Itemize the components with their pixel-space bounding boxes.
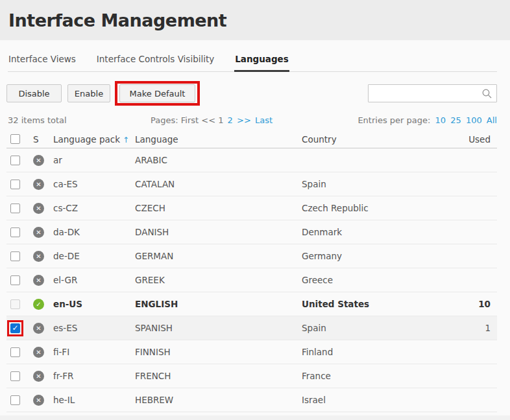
- row-checkbox[interactable]: [10, 275, 20, 285]
- table-row: ✕ de-DE GERMAN Germany: [6, 244, 497, 268]
- search-icon: [481, 88, 492, 99]
- country-cell: Greece: [302, 275, 458, 285]
- language-cell: SPANISH: [135, 323, 302, 333]
- next-page-link[interactable]: >>: [237, 115, 251, 125]
- row-checkbox[interactable]: [10, 156, 20, 165]
- disable-button[interactable]: Disable: [6, 84, 62, 102]
- page-header: Interface Management: [0, 0, 510, 40]
- country-column-header[interactable]: Country: [302, 134, 458, 145]
- table-row: ✕ cs-CZ CZECH Czech Republic: [6, 196, 497, 220]
- tab-interface-controls-visibility[interactable]: Interface Controls Visibility: [96, 51, 215, 71]
- row-checkbox[interactable]: [10, 180, 20, 189]
- row-checkbox[interactable]: [10, 228, 20, 237]
- language-cell: ARABIC: [135, 155, 302, 165]
- checkbox-annotation-wrap: [7, 176, 23, 192]
- table-row: ✕ fr-FR FRENCH France: [6, 364, 497, 388]
- language-pack-cell: en-US: [53, 299, 135, 309]
- row-checkbox[interactable]: [10, 204, 20, 213]
- row-checkbox[interactable]: [10, 371, 20, 381]
- status-disabled-icon: ✕: [33, 275, 44, 286]
- country-cell: United States: [302, 299, 458, 309]
- checkbox-annotation-wrap: [7, 392, 23, 408]
- language-column-header[interactable]: Language: [135, 134, 302, 145]
- table-row: ✓ en-US ENGLISH United States 10: [6, 292, 497, 316]
- entries-option-10[interactable]: 10: [435, 115, 446, 125]
- language-cell: GREEK: [135, 275, 302, 285]
- checkbox-annotation-wrap: [7, 320, 23, 336]
- checkbox-annotation-wrap: [7, 152, 23, 169]
- toolbar: Disable Enable Make Default: [6, 80, 497, 106]
- list-meta-row: 32 items total Pages: First << 1 2 >> La…: [8, 115, 497, 125]
- page-2-link[interactable]: 2: [228, 115, 233, 125]
- country-cell: Israel: [302, 395, 458, 405]
- language-cell: HEBREW: [135, 395, 302, 405]
- status-disabled-icon: ✕: [33, 203, 44, 214]
- status-disabled-icon: ✕: [33, 371, 44, 382]
- row-checkbox[interactable]: [10, 347, 20, 357]
- language-pack-cell: es-ES: [53, 323, 135, 333]
- country-cell: France: [302, 371, 458, 381]
- table-body: ✕ ar ARABIC ✕ ca-ES CATALAN Spain ✕ cs-C…: [6, 148, 497, 412]
- row-checkbox[interactable]: [10, 395, 20, 405]
- language-pack-cell: de-DE: [53, 251, 135, 261]
- country-cell: Denmark: [302, 227, 458, 237]
- table-row: ✕ es-ES SPANISH Spain 1: [6, 316, 497, 340]
- status-disabled-icon: ✕: [33, 395, 44, 406]
- status-column-header: S: [31, 134, 53, 145]
- tab-languages[interactable]: Languages: [234, 51, 289, 72]
- items-total: 32 items total: [8, 115, 67, 125]
- select-all-checkbox[interactable]: [10, 134, 20, 144]
- used-column-header[interactable]: Used: [458, 134, 497, 145]
- checkbox-annotation-wrap: [7, 248, 23, 264]
- pages-label: Pages: First << 1: [151, 115, 223, 125]
- country-cell: Germany: [302, 251, 458, 261]
- status-disabled-icon: ✕: [33, 179, 44, 190]
- language-pack-cell: fi-FI: [53, 347, 135, 357]
- checkbox-annotation-wrap: [7, 224, 23, 240]
- viewport-bottom-edge: [0, 415, 510, 420]
- language-pack-cell: fr-FR: [53, 371, 135, 381]
- country-cell: Spain: [302, 179, 458, 189]
- language-cell: CATALAN: [135, 179, 302, 189]
- search-box: [368, 84, 497, 102]
- make-default-button[interactable]: Make Default: [119, 84, 195, 102]
- enable-button[interactable]: Enable: [67, 84, 110, 102]
- language-pack-cell: da-DK: [53, 227, 135, 237]
- table-row: ✕ ar ARABIC: [6, 148, 497, 172]
- tab-interface-views[interactable]: Interface Views: [8, 51, 77, 71]
- sort-ascending-icon: ↑: [123, 135, 129, 145]
- language-pack-cell: cs-CZ: [53, 203, 135, 213]
- annotation-box-make-default: Make Default: [115, 81, 200, 106]
- language-cell: GERMAN: [135, 251, 302, 261]
- row-checkbox: [10, 299, 20, 309]
- country-cell: Czech Republic: [302, 203, 458, 213]
- checkbox-annotation-wrap: [7, 272, 23, 288]
- entries-option-25[interactable]: 25: [450, 115, 461, 125]
- used-cell: 10: [458, 299, 497, 309]
- status-disabled-icon: ✕: [33, 347, 44, 358]
- interface-management-page: Interface Management Interface Views Int…: [0, 0, 510, 420]
- language-pack-header-label: Language pack: [53, 134, 120, 145]
- language-pack-column-header[interactable]: Language pack↑: [53, 134, 135, 145]
- page-title: Interface Management: [8, 10, 226, 30]
- status-disabled-icon: ✕: [33, 227, 44, 238]
- status-disabled-icon: ✕: [33, 323, 44, 334]
- checkbox-annotation-wrap: [7, 200, 23, 216]
- entries-option-100[interactable]: 100: [466, 115, 482, 125]
- language-pack-cell: ar: [53, 155, 135, 165]
- row-checkbox[interactable]: [10, 251, 20, 261]
- search-input[interactable]: [368, 84, 497, 102]
- status-enabled-icon: ✓: [33, 299, 44, 310]
- entries-option-all[interactable]: All: [487, 115, 497, 125]
- language-cell: CZECH: [135, 203, 302, 213]
- row-checkbox[interactable]: [10, 323, 20, 333]
- checkbox-annotation-wrap: [7, 368, 23, 384]
- language-pack-cell: el-GR: [53, 275, 135, 285]
- checkbox-annotation-wrap: [7, 296, 23, 312]
- used-cell: 1: [458, 323, 497, 333]
- table-row: ✕ ca-ES CATALAN Spain: [6, 172, 497, 196]
- last-page-link[interactable]: Last: [255, 115, 273, 125]
- tab-bar: Interface Views Interface Controls Visib…: [8, 51, 497, 72]
- status-disabled-icon: ✕: [33, 155, 44, 166]
- status-disabled-icon: ✕: [33, 251, 44, 262]
